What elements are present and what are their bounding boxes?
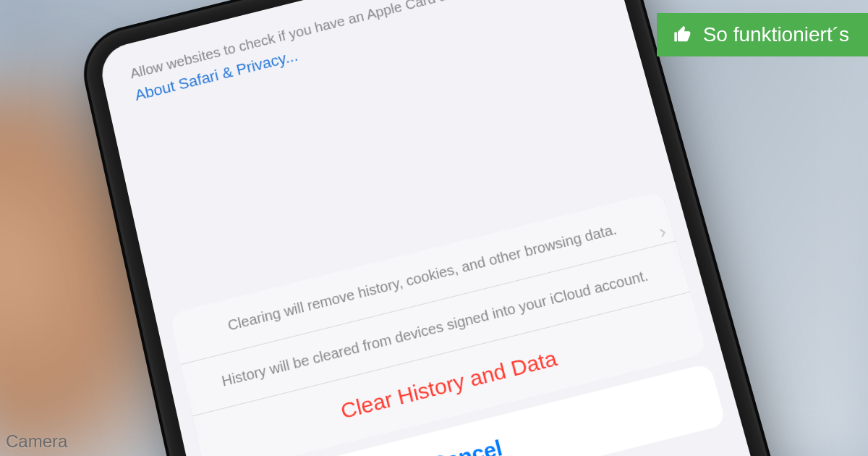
thumbs-up-icon xyxy=(673,25,693,45)
watermark-text: Camera xyxy=(6,431,67,452)
badge-text: So funktioniert´s xyxy=(703,23,849,46)
tutorial-badge: So funktioniert´s xyxy=(657,13,868,56)
